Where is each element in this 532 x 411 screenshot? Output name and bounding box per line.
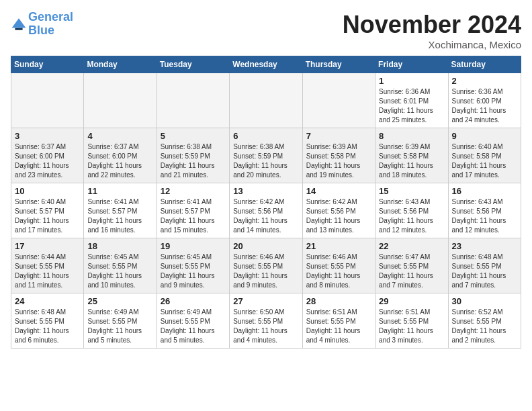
calendar-cell: 25Sunrise: 6:49 AM Sunset: 5:55 PM Dayli… [84,293,157,349]
calendar-cell: 30Sunrise: 6:52 AM Sunset: 5:55 PM Dayli… [448,293,521,349]
weekday-header-thursday: Thursday [302,56,375,73]
svg-rect-1 [15,28,22,30]
day-info: Sunrise: 6:51 AM Sunset: 5:55 PM Dayligh… [306,308,371,345]
day-number: 6 [233,131,298,141]
day-info: Sunrise: 6:51 AM Sunset: 5:55 PM Dayligh… [379,308,444,345]
day-number: 26 [161,296,226,306]
day-number: 11 [87,186,152,196]
calendar-cell [11,73,84,128]
weekday-header-sunday: Sunday [11,56,84,73]
day-info: Sunrise: 6:45 AM Sunset: 5:55 PM Dayligh… [161,253,226,290]
day-number: 3 [15,131,80,141]
day-info: Sunrise: 6:41 AM Sunset: 5:57 PM Dayligh… [161,197,226,235]
calendar-cell: 19Sunrise: 6:45 AM Sunset: 5:55 PM Dayli… [157,238,229,293]
calendar-cell: 9Sunrise: 6:40 AM Sunset: 5:58 PM Daylig… [448,128,521,183]
calendar-cell: 21Sunrise: 6:46 AM Sunset: 5:55 PM Dayli… [302,238,375,293]
day-info: Sunrise: 6:43 AM Sunset: 5:56 PM Dayligh… [379,197,444,235]
calendar-cell: 12Sunrise: 6:41 AM Sunset: 5:57 PM Dayli… [157,183,229,238]
day-info: Sunrise: 6:45 AM Sunset: 5:55 PM Dayligh… [87,253,152,290]
month-title: November 2024 [343,11,521,39]
day-number: 10 [15,186,80,196]
day-number: 4 [87,131,152,141]
weekday-header-monday: Monday [84,56,157,73]
day-number: 21 [306,241,371,251]
day-number: 27 [233,296,298,306]
day-info: Sunrise: 6:52 AM Sunset: 5:55 PM Dayligh… [452,308,517,345]
calendar-cell [302,73,375,128]
week-row-3: 10Sunrise: 6:40 AM Sunset: 5:57 PM Dayli… [11,183,521,238]
calendar-cell: 4Sunrise: 6:37 AM Sunset: 6:00 PM Daylig… [84,128,157,183]
calendar-cell [84,73,157,128]
logo: General Blue [11,11,73,38]
day-info: Sunrise: 6:49 AM Sunset: 5:55 PM Dayligh… [161,308,226,345]
week-row-4: 17Sunrise: 6:44 AM Sunset: 5:55 PM Dayli… [11,238,521,293]
day-number: 24 [15,296,80,306]
weekday-header-tuesday: Tuesday [157,56,229,73]
day-number: 14 [306,186,371,196]
calendar-cell: 15Sunrise: 6:43 AM Sunset: 5:56 PM Dayli… [375,183,448,238]
weekday-header-friday: Friday [375,56,448,73]
day-info: Sunrise: 6:39 AM Sunset: 5:58 PM Dayligh… [379,142,444,180]
day-info: Sunrise: 6:38 AM Sunset: 5:59 PM Dayligh… [233,142,298,180]
page-header: General Blue November 2024 Xochimanca, M… [11,11,521,50]
header-row: SundayMondayTuesdayWednesdayThursdayFrid… [11,56,521,73]
day-info: Sunrise: 6:39 AM Sunset: 5:58 PM Dayligh… [306,142,371,180]
calendar-cell: 24Sunrise: 6:48 AM Sunset: 5:55 PM Dayli… [11,293,84,349]
day-number: 19 [161,241,226,251]
calendar-cell: 17Sunrise: 6:44 AM Sunset: 5:55 PM Dayli… [11,238,84,293]
day-info: Sunrise: 6:44 AM Sunset: 5:55 PM Dayligh… [15,253,80,290]
week-row-2: 3Sunrise: 6:37 AM Sunset: 6:00 PM Daylig… [11,128,521,183]
calendar-cell: 16Sunrise: 6:43 AM Sunset: 5:56 PM Dayli… [448,183,521,238]
calendar-table: SundayMondayTuesdayWednesdayThursdayFrid… [11,56,521,349]
day-info: Sunrise: 6:41 AM Sunset: 5:57 PM Dayligh… [87,197,152,235]
day-info: Sunrise: 6:42 AM Sunset: 5:56 PM Dayligh… [233,197,298,235]
calendar-cell: 6Sunrise: 6:38 AM Sunset: 5:59 PM Daylig… [230,128,302,183]
calendar-cell [157,73,229,128]
week-row-1: 1Sunrise: 6:36 AM Sunset: 6:01 PM Daylig… [11,73,521,128]
day-info: Sunrise: 6:47 AM Sunset: 5:55 PM Dayligh… [379,253,444,290]
calendar-cell: 1Sunrise: 6:36 AM Sunset: 6:01 PM Daylig… [375,73,448,128]
calendar-cell: 28Sunrise: 6:51 AM Sunset: 5:55 PM Dayli… [302,293,375,349]
week-row-5: 24Sunrise: 6:48 AM Sunset: 5:55 PM Dayli… [11,293,521,349]
calendar-cell: 7Sunrise: 6:39 AM Sunset: 5:58 PM Daylig… [302,128,375,183]
calendar-cell [230,73,302,128]
calendar-cell: 8Sunrise: 6:39 AM Sunset: 5:58 PM Daylig… [375,128,448,183]
day-info: Sunrise: 6:36 AM Sunset: 6:00 PM Dayligh… [452,87,517,125]
day-info: Sunrise: 6:37 AM Sunset: 6:00 PM Dayligh… [87,142,152,180]
day-number: 9 [452,131,517,141]
calendar-cell: 26Sunrise: 6:49 AM Sunset: 5:55 PM Dayli… [157,293,229,349]
logo-icon [11,16,27,32]
day-number: 13 [233,186,298,196]
day-number: 16 [452,186,517,196]
day-info: Sunrise: 6:40 AM Sunset: 5:58 PM Dayligh… [452,142,517,180]
day-number: 20 [233,241,298,251]
title-block: November 2024 Xochimanca, Mexico [343,11,521,50]
calendar-cell: 23Sunrise: 6:48 AM Sunset: 5:55 PM Dayli… [448,238,521,293]
day-number: 23 [452,241,517,251]
day-info: Sunrise: 6:46 AM Sunset: 5:55 PM Dayligh… [306,253,371,290]
day-info: Sunrise: 6:48 AM Sunset: 5:55 PM Dayligh… [452,253,517,290]
day-number: 22 [379,241,444,251]
calendar-cell: 10Sunrise: 6:40 AM Sunset: 5:57 PM Dayli… [11,183,84,238]
location: Xochimanca, Mexico [343,39,521,50]
day-info: Sunrise: 6:40 AM Sunset: 5:57 PM Dayligh… [15,197,80,235]
logo-text-line1: General [28,11,73,24]
day-number: 8 [379,131,444,141]
calendar-cell: 22Sunrise: 6:47 AM Sunset: 5:55 PM Dayli… [375,238,448,293]
day-info: Sunrise: 6:36 AM Sunset: 6:01 PM Dayligh… [379,87,444,125]
calendar-cell: 14Sunrise: 6:42 AM Sunset: 5:56 PM Dayli… [302,183,375,238]
logo-text-line2: Blue [28,24,73,38]
calendar-cell: 27Sunrise: 6:50 AM Sunset: 5:55 PM Dayli… [230,293,302,349]
day-info: Sunrise: 6:37 AM Sunset: 6:00 PM Dayligh… [15,142,80,180]
day-number: 25 [87,296,152,306]
day-number: 7 [306,131,371,141]
calendar-cell: 18Sunrise: 6:45 AM Sunset: 5:55 PM Dayli… [84,238,157,293]
day-info: Sunrise: 6:50 AM Sunset: 5:55 PM Dayligh… [233,308,298,345]
calendar-cell: 5Sunrise: 6:38 AM Sunset: 5:59 PM Daylig… [157,128,229,183]
day-info: Sunrise: 6:48 AM Sunset: 5:55 PM Dayligh… [15,308,80,345]
weekday-header-saturday: Saturday [448,56,521,73]
svg-marker-0 [12,18,26,28]
day-number: 12 [161,186,226,196]
day-info: Sunrise: 6:49 AM Sunset: 5:55 PM Dayligh… [87,308,152,345]
day-number: 2 [452,76,517,86]
